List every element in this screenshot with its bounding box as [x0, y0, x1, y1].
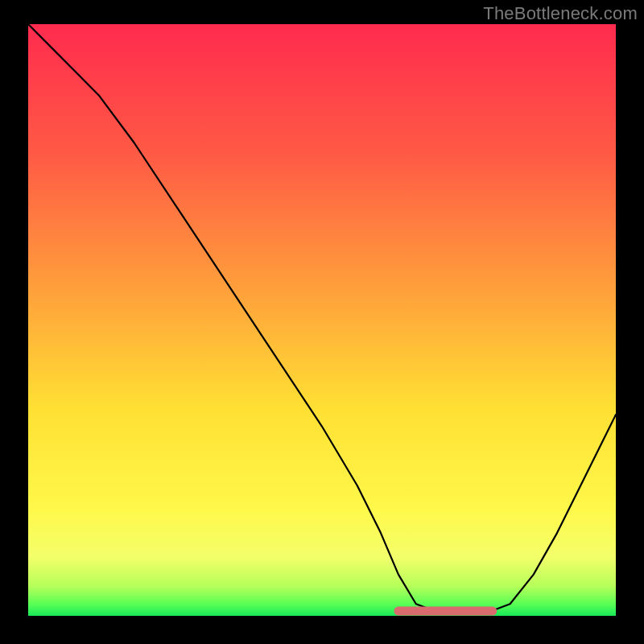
- gradient-background: [28, 24, 616, 616]
- chart-svg: [28, 24, 616, 616]
- chart-container: TheBottleneck.com: [0, 0, 644, 644]
- attribution-text: TheBottleneck.com: [483, 3, 638, 24]
- plot-area: [28, 24, 616, 616]
